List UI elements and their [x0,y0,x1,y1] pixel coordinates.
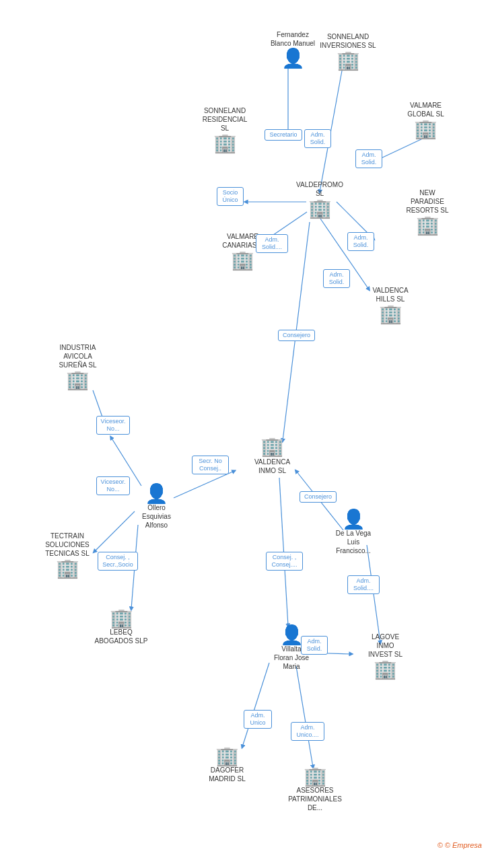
fernandez-label: Fernandez Blanco Manuel [266,30,320,48]
watermark-text: © Empresa [445,841,482,849]
svg-line-17 [296,666,313,767]
svg-line-10 [174,471,234,498]
badge-adm-solid-2[interactable]: Adm.Solid. [355,149,382,168]
fernandez-icon: 👤 [281,49,305,68]
valmare-global-label: VALMAREGLOBAL SL [400,101,451,118]
badge-secretario[interactable]: Secretario [265,129,302,141]
node-lebeq: 🏢 LEBEQABOGADOS SLP [94,609,148,647]
svg-line-16 [242,663,269,747]
node-sonneland-inv: SONNELANDINVERSIONES SL 🏢 [318,32,378,70]
diagram-container: Fernandez Blanco Manuel 👤 SONNELANDINVER… [0,0,490,855]
node-valdenca-inmo: 🏢 VALDENCAINMO SL [247,437,298,476]
svg-line-11 [94,511,135,552]
node-new-paradise: NEWPARADISERESORTS SL 🏢 [400,188,454,235]
valdepromo-label: VALDEPROMOSL [296,180,343,198]
node-valmare-global: VALMAREGLOBAL SL 🏢 [400,101,451,139]
valdenca-hills-icon: 🏢 [379,305,403,324]
badge-consej-secr-socio[interactable]: Consej. ,Secr.,Socio [98,552,138,571]
node-dagofer: 🏢 DAGOFERMADRID SL [202,747,252,785]
node-valdepromo: VALDEPROMOSL 🏢 [296,180,343,218]
badge-adm-solid-5[interactable]: Adm.Solid. [323,269,350,288]
node-industria-avicola: INDUSTRIAAVICOLASUREÑA SL 🏢 [53,343,103,390]
new-paradise-icon: 🏢 [416,216,440,235]
tectrain-label: TECTRAINSOLUCIONESTECNICAS SL [40,532,94,558]
badge-socio-unico[interactable]: SocioÚnico [217,187,244,206]
node-de-la-vega: 👤 De La VegaLuisFrancisco... [326,510,380,556]
ollero-icon: 👤 [145,484,168,503]
lebeq-icon: 🏢 [110,609,133,628]
node-ollero: 👤 OlleroEsquiviasAlfonso [131,484,182,531]
new-paradise-label: NEWPARADISERESORTS SL [400,188,454,215]
badge-adm-solid-3[interactable]: Adm.Solid.... [256,234,288,253]
badge-consej-consej[interactable]: Consej. ,Consej.... [266,552,303,571]
dagofer-label: DAGOFERMADRID SL [202,766,252,783]
watermark: © © Empresa [438,841,482,849]
de-la-vega-icon: 👤 [342,510,365,529]
badge-adm-solid-4[interactable]: Adm.Solid. [347,232,374,251]
badge-viceseor-1[interactable]: Viceseor.No... [96,416,130,435]
badge-adm-unico-1[interactable]: Adm.Unico [244,710,272,729]
sonneland-res-label: SONNELANDRESIDENCIALSL [201,106,249,133]
badge-adm-unico-2[interactable]: Adm.Unico.... [291,722,324,741]
badge-consejero-2[interactable]: Consejero [300,491,337,503]
badge-consejero-1[interactable]: Consejero [278,330,315,341]
node-fernandez: Fernandez Blanco Manuel 👤 [266,30,320,68]
badge-viceseor-2[interactable]: Viceseor.No... [96,476,130,495]
sonneland-inv-icon: 🏢 [337,51,360,70]
lagove-label: LAGOVEINMOINVEST SL [360,632,411,659]
lebeq-label: LEBEQABOGADOS SLP [94,628,148,645]
badge-secr-no-consej[interactable]: Secr. NoConsej.. [192,456,229,474]
de-la-vega-label: De La VegaLuisFrancisco... [326,529,380,555]
asesores-label: ASESORESPATRIMONIALESDE... [288,786,342,812]
watermark-copyright: © [438,841,443,849]
valdenca-hills-label: VALDENCAHILLS SL [367,286,414,303]
dagofer-icon: 🏢 [215,747,239,766]
sonneland-res-icon: 🏢 [213,134,237,153]
industria-avicola-label: INDUSTRIAAVICOLASUREÑA SL [53,343,103,369]
tectrain-icon: 🏢 [56,559,79,578]
node-sonneland-res: SONNELANDRESIDENCIALSL 🏢 [201,106,249,153]
valdenca-inmo-icon: 🏢 [260,437,284,456]
badge-adm-solid-1[interactable]: Adm.Solid. [304,129,331,148]
lagove-icon: 🏢 [374,660,397,679]
valmare-global-icon: 🏢 [414,120,438,139]
node-tectrain: TECTRAINSOLUCIONESTECNICAS SL 🏢 [40,532,94,578]
ollero-label: OlleroEsquiviasAlfonso [131,503,182,530]
valdepromo-icon: 🏢 [308,199,332,218]
valdenca-inmo-label: VALDENCAINMO SL [247,458,298,475]
node-asesores: 🏢 ASESORESPATRIMONIALESDE... [288,767,342,813]
badge-adm-solid-6[interactable]: Adm.Solid.... [347,575,380,594]
badge-adm-solid-7[interactable]: Adm.Solid. [301,636,328,655]
valmare-canarias-icon: 🏢 [231,251,254,270]
sonneland-inv-label: SONNELANDINVERSIONES SL [318,32,378,50]
villalta-icon: 👤 [280,626,304,645]
node-valdenca-hills: VALDENCAHILLS SL 🏢 [367,286,414,324]
asesores-icon: 🏢 [304,767,327,786]
node-lagove: LAGOVEINMOINVEST SL 🏢 [360,632,411,679]
industria-avicola-icon: 🏢 [66,371,90,390]
